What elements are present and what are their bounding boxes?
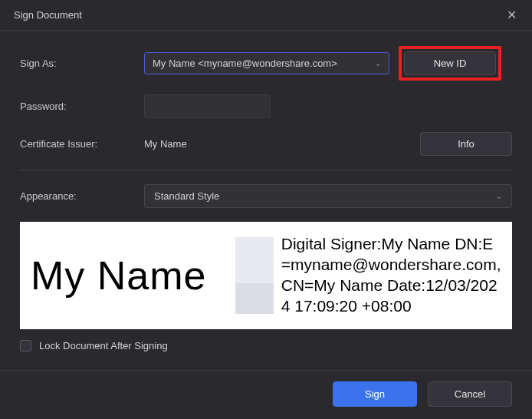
dialog-content: Sign As: My Name <myname@wondershare.com… [0,31,532,370]
signature-preview: My Name Digital Signer:My Name DN:E=myna… [20,222,512,329]
sign-as-row: Sign As: My Name <myname@wondershare.com… [20,46,512,81]
lock-label: Lock Document After Signing [39,340,168,351]
appearance-row: Appearance: Standard Style ⌄ [20,184,512,208]
cancel-button[interactable]: Cancel [428,381,512,407]
dialog-titlebar: Sign Document ✕ [0,0,532,31]
lock-row: Lock Document After Signing [20,340,512,351]
sign-as-select[interactable]: My Name <myname@wondershare.com> ⌄ [144,52,389,74]
password-input[interactable] [144,94,271,118]
sign-button[interactable]: Sign [333,381,417,407]
sign-as-label: Sign As: [20,58,135,69]
dialog-title: Sign Document [14,9,82,21]
sign-as-value: My Name <myname@wondershare.com> [153,58,337,69]
close-icon[interactable]: ✕ [502,6,521,24]
appearance-select[interactable]: Standard Style ⌄ [144,184,512,208]
preview-details: Digital Signer:My Name DN:E=myname@wonde… [281,234,501,317]
cert-issuer-label: Certificate Issuer: [20,138,135,150]
appearance-value: Standard Style [154,190,219,202]
appearance-label: Appearance: [20,190,135,202]
password-label: Password: [20,101,135,112]
watermark-icon [235,237,274,314]
cert-issuer-row: Certificate Issuer: My Name Info [20,132,512,156]
separator [20,170,512,170]
info-button[interactable]: Info [420,132,512,156]
preview-name-area: My Name [31,252,257,299]
preview-display-name: My Name [31,252,206,299]
password-row: Password: [20,94,512,118]
chevron-down-icon: ⌄ [375,59,381,68]
new-id-highlight: New ID [399,46,501,81]
cert-issuer-value: My Name [144,138,411,150]
chevron-down-icon: ⌄ [496,192,502,200]
lock-checkbox[interactable] [20,340,31,351]
dialog-footer: Sign Cancel [0,370,532,417]
new-id-button[interactable]: New ID [404,51,496,75]
